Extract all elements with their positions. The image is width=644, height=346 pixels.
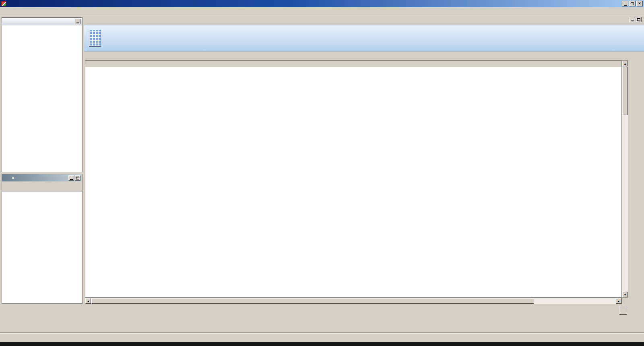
restore-panel-button[interactable] [75, 175, 80, 181]
mdi-controls [629, 17, 642, 22]
maximize-button[interactable] [629, 1, 636, 6]
booking-rows [2, 192, 82, 194]
booking-toolbar [2, 181, 82, 192]
results-table [85, 60, 622, 298]
minimize-icon [624, 5, 627, 6]
title-bar: × [0, 0, 644, 7]
app-window: × × [0, 0, 644, 346]
scroll-down-button[interactable]: ▼ [622, 292, 628, 297]
building-icon [89, 30, 101, 47]
horizontal-scrollbar-thumb[interactable] [91, 298, 534, 304]
scroll-left-button[interactable]: ◄ [85, 298, 91, 304]
info-button[interactable] [619, 306, 627, 315]
minimize-icon [631, 21, 634, 21]
close-booking-panel-icon[interactable]: × [12, 176, 14, 180]
booking-panel-controls [68, 175, 80, 181]
app-icon [1, 1, 6, 6]
scroll-right-button[interactable]: ► [616, 298, 621, 304]
results-bar [84, 53, 644, 60]
booking-contents-panel: × [2, 174, 83, 304]
window-controls: × [621, 1, 643, 6]
close-icon: × [638, 2, 641, 6]
sidebar-header [2, 18, 82, 25]
minimize-icon [70, 179, 73, 180]
search-status-strip [84, 305, 618, 317]
vertical-scrollbar-thumb[interactable] [622, 67, 628, 115]
booking-panel-header: × [2, 174, 82, 181]
restore-icon [637, 18, 640, 21]
maximize-icon [631, 2, 634, 5]
collapse-sidebar-button[interactable] [75, 19, 80, 24]
sidebar-panel [2, 17, 83, 172]
table-header [85, 61, 621, 67]
collapse-icon [76, 23, 79, 23]
sidebar-tree [2, 25, 82, 27]
palm-tree-icon [4, 175, 8, 180]
banner [84, 25, 644, 51]
mdi-minimize-button[interactable] [630, 17, 635, 22]
close-button[interactable]: × [636, 1, 643, 6]
minimize-panel-button[interactable] [68, 175, 74, 181]
menu-bar [0, 7, 644, 15]
horizontal-scrollbar[interactable]: ◄ ► [85, 298, 622, 304]
restore-icon [76, 177, 79, 179]
scroll-up-button[interactable]: ▲ [622, 61, 628, 66]
vertical-scrollbar[interactable]: ▲ ▼ [622, 60, 628, 298]
minimize-button[interactable] [622, 1, 628, 6]
status-bar [0, 333, 644, 342]
doc-tab-strip [84, 16, 628, 25]
mdi-restore-button[interactable] [636, 17, 642, 22]
screen-edge [0, 342, 644, 346]
